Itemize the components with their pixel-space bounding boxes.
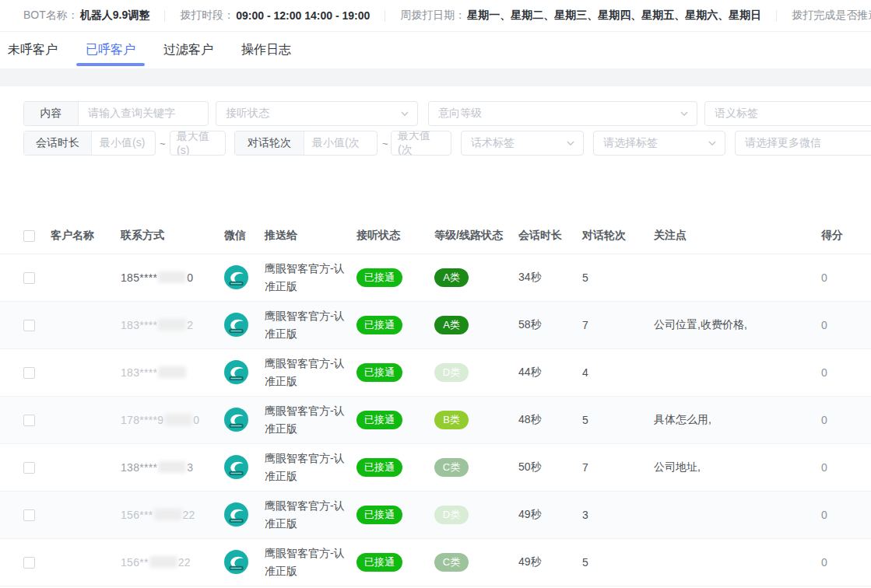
push-target-text: 鹰眼智客官方-认准正版: [265, 260, 355, 296]
table-row: 138****3 鹰眼智客官方-认准正版 已接通 C类 50秒 7 公司地址, …: [0, 443, 871, 491]
customer-name-cell: [43, 491, 113, 538]
listen-status-badge: 已接通: [356, 363, 402, 382]
wechat-avatar-cell: [216, 443, 257, 491]
col-customer-name: 客户名称: [43, 218, 113, 254]
push-target-text: 鹰眼智客官方-认准正版: [265, 497, 355, 533]
rounds-cell: 5: [574, 538, 646, 586]
rounds-min-input[interactable]: 最小值(次: [304, 136, 377, 150]
script-tag-select[interactable]: 话术标签: [461, 131, 584, 156]
col-rounds: 对话轮次: [574, 218, 646, 254]
customer-tabs: 未呼客户 已呼客户 过滤客户 操作日志: [0, 32, 871, 68]
content-filter-label: 内容: [24, 102, 79, 125]
tag-placeholder: 请选择标签: [603, 136, 658, 150]
row-checkbox[interactable]: [23, 509, 35, 521]
listen-status-badge: 已接通: [356, 411, 402, 429]
brand-wechat-avatar-icon: [224, 408, 248, 432]
duration-cell: 50秒: [511, 443, 574, 491]
table-row: 156**22 鹰眼智客官方-认准正版 已接通 C类 49秒 5 0: [0, 538, 871, 586]
grade-cell: D类: [427, 491, 511, 538]
row-checkbox[interactable]: [23, 415, 35, 426]
intent-level-select[interactable]: 意向等级: [428, 101, 697, 126]
brand-wechat-avatar-icon: [224, 360, 248, 384]
duration-cell: 49秒: [511, 491, 574, 538]
called-customers-table: 客户名称 联系方式 微信 推送给 接听状态 等级/线路状态 会话时长 对话轮次 …: [0, 218, 871, 586]
push-target-cell: 鹰眼智客官方-认准正版: [257, 348, 349, 396]
wechat-avatar-cell: [216, 301, 257, 348]
phone-number: 156**22: [121, 556, 191, 569]
phone-cell: 156**22: [113, 538, 216, 586]
row-checkbox[interactable]: [23, 557, 35, 569]
score-cell: 0: [813, 396, 871, 443]
row-checkbox[interactable]: [23, 320, 35, 331]
push-target-text: 鹰眼智客官方-认准正版: [265, 544, 355, 580]
customer-name-cell: [43, 254, 113, 301]
grade-badge: D类: [434, 363, 469, 382]
score-cell: 0: [813, 348, 871, 396]
bot-config-topbar: BOT名称： 机器人9.9调整 拨打时段： 09:00 - 12:00 14:0…: [0, 0, 871, 32]
bot-name-label: BOT名称：: [23, 9, 79, 23]
col-score: 得分: [813, 218, 871, 254]
grade-badge: C类: [434, 458, 469, 477]
row-checkbox[interactable]: [23, 272, 35, 284]
content-filter-group: 内容 请输入查询关键字: [23, 101, 209, 126]
divider: [776, 10, 777, 22]
push-wechat-label: 拨打完成是否推送微信消: [792, 9, 871, 23]
listen-status-select[interactable]: 接听状态: [216, 101, 418, 126]
rounds-filter-label: 对话轮次: [235, 131, 304, 155]
customer-name-cell: [43, 301, 113, 348]
push-target-cell: 鹰眼智客官方-认准正版: [257, 254, 349, 301]
rounds-max-input[interactable]: 最大值(次: [391, 131, 451, 156]
brand-wechat-avatar-icon: [224, 313, 248, 337]
phone-cell: 183****: [113, 348, 216, 396]
script-tag-placeholder: 话术标签: [471, 136, 515, 150]
tab-operation-log[interactable]: 操作日志: [241, 32, 291, 68]
tab-filtered[interactable]: 过滤客户: [163, 32, 213, 68]
focus-cell: 公司位置,收费价格,: [646, 301, 813, 348]
listen-status-cell: 已接通: [349, 396, 427, 443]
range-tilde: ~: [382, 131, 388, 156]
checkbox-cell: [0, 491, 43, 538]
checkbox-cell: [0, 348, 43, 396]
grade-badge: A类: [434, 268, 469, 287]
push-target-cell: 鹰眼智客官方-认准正版: [257, 538, 349, 586]
focus-cell: 公司地址,: [646, 443, 813, 491]
listen-status-cell: 已接通: [349, 443, 427, 491]
grade-badge: D类: [434, 506, 469, 524]
more-wechat-placeholder: 请选择更多微信: [736, 136, 871, 150]
grade-badge: C类: [434, 553, 469, 572]
table-row: 185****0 鹰眼智客官方-认准正版 已接通 A类 34秒 5 0: [0, 254, 871, 301]
listen-status-cell: 已接通: [349, 301, 427, 348]
tab-uncalled[interactable]: 未呼客户: [8, 32, 58, 68]
score-cell: 0: [813, 491, 871, 538]
rounds-cell: 5: [574, 254, 646, 301]
tab-called[interactable]: 已呼客户: [86, 32, 135, 68]
duration-max-input[interactable]: 最大值(s): [170, 131, 226, 156]
weekdays-value: 星期一、星期二、星期三、星期四、星期五、星期六、星期日: [467, 9, 761, 23]
checkbox-cell: [0, 443, 43, 491]
chevron-down-icon: [680, 109, 689, 118]
select-all-checkbox[interactable]: [23, 230, 35, 242]
duration-filter-group: 会话时长 最小值(s): [23, 131, 156, 156]
duration-cell: 34秒: [511, 254, 574, 301]
row-checkbox[interactable]: [23, 462, 35, 474]
listen-status-badge: 已接通: [356, 316, 402, 334]
listen-status-badge: 已接通: [356, 553, 402, 572]
more-wechat-select[interactable]: 请选择更多微信: [735, 131, 871, 156]
chevron-down-icon: [566, 138, 575, 148]
dial-period-item: 拨打时段： 09:00 - 12:00 14:00 - 19:00: [180, 9, 370, 23]
phone-cell: 183****2: [113, 301, 216, 348]
dial-period-value: 09:00 - 12:00 14:00 - 19:00: [236, 9, 370, 22]
redacted-digits: [149, 556, 177, 568]
duration-min-input[interactable]: 最小值(s): [92, 136, 155, 150]
duration-max-placeholder: 最大值(s): [170, 131, 225, 156]
tag-select[interactable]: 请选择标签: [593, 131, 725, 156]
listen-status-cell: 已接通: [349, 491, 427, 538]
phone-cell: 185****0: [113, 254, 216, 301]
semantic-tag-input[interactable]: 语义标签: [704, 101, 871, 126]
table-row: 156***22 鹰眼智客官方-认准正版 已接通 D类 49秒 3 0: [0, 491, 871, 538]
row-checkbox[interactable]: [23, 367, 35, 379]
content-keyword-input[interactable]: 请输入查询关键字: [79, 107, 208, 121]
brand-wechat-avatar-icon: [224, 455, 248, 479]
rounds-cell: 3: [574, 491, 646, 538]
listen-status-placeholder: 接听状态: [226, 107, 269, 121]
